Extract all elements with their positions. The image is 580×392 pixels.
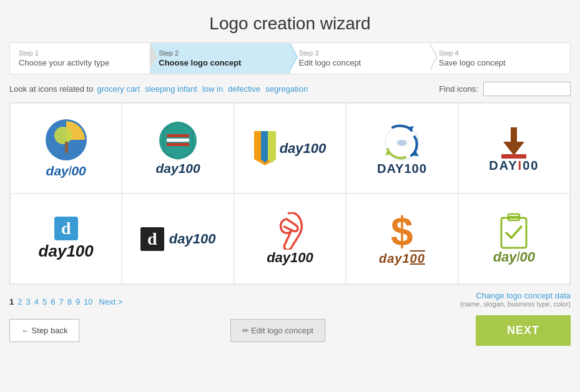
svg-rect-19	[508, 216, 519, 218]
change-concept-link[interactable]: Change logo concept data	[476, 291, 571, 300]
svg-marker-9	[268, 131, 276, 163]
logo-8-text: day100	[267, 250, 313, 266]
logo-4-text: DAY100	[377, 162, 427, 176]
logo-item-2[interactable]: day100	[122, 103, 233, 194]
find-icons-label: Find icons:	[439, 84, 478, 94]
edit-concept-button[interactable]: ✏ Edit logo concept	[230, 319, 325, 342]
logo-9-icon: $	[391, 212, 413, 252]
step-4-num: Step 4	[439, 49, 561, 57]
logo-5-icon	[498, 124, 529, 159]
step-3[interactable]: Step 3 Edit logo concept	[290, 43, 430, 74]
svg-marker-15	[503, 142, 524, 155]
pagination-next[interactable]: Next >	[99, 297, 123, 306]
page-9[interactable]: 9	[76, 297, 80, 306]
logo-item-10[interactable]: dayl00	[458, 194, 570, 284]
logo-item-1[interactable]: dayl00	[10, 103, 122, 194]
find-icons-input[interactable]	[483, 82, 571, 96]
pagination: 1 2 3 4 5 6 7 8 9 10 Next >	[9, 297, 123, 306]
step-4-label: Save logo concept	[439, 58, 561, 67]
step-1-label: Choose your activity type	[19, 58, 141, 67]
logo-3-icon	[254, 131, 276, 165]
logo-10-text: dayl00	[493, 249, 535, 265]
step-back-button[interactable]: ← Step back	[9, 319, 79, 342]
logo-6-text: day100	[39, 242, 94, 261]
logo-5-text: DAYI00	[489, 159, 539, 173]
page-2[interactable]: 2	[17, 297, 22, 306]
logo-3-text: day100	[280, 140, 327, 157]
page-8[interactable]: 8	[67, 297, 72, 306]
change-concept-sub: (name, slogan, business type, color)	[460, 300, 571, 308]
tag-low-in[interactable]: low in	[202, 84, 223, 94]
logo-1-text: dayl00	[46, 164, 86, 179]
tag-grocery-cart[interactable]: grocery cart	[97, 84, 140, 94]
step-4[interactable]: Step 4 Save logo concept	[430, 43, 570, 74]
svg-rect-2	[65, 142, 68, 153]
svg-rect-4	[167, 134, 189, 137]
svg-rect-17	[501, 218, 526, 248]
logo-8-icon	[271, 212, 308, 250]
page-5[interactable]: 5	[42, 297, 47, 306]
logo-1-icon	[44, 118, 88, 162]
related-label: Look at icons related to	[9, 84, 93, 94]
related-bar: Look at icons related to grocery cart sl…	[9, 82, 571, 96]
tag-defective[interactable]: defective	[228, 84, 260, 94]
logo-item-4[interactable]: DAY100	[346, 103, 458, 194]
page-4[interactable]: 4	[34, 297, 39, 306]
page-1[interactable]: 1	[9, 297, 14, 306]
logo-10-icon	[498, 213, 529, 249]
svg-point-1	[54, 127, 72, 144]
logo-7-icon: d	[140, 227, 164, 251]
logo-item-8[interactable]: day100	[234, 194, 346, 284]
svg-point-13	[397, 140, 407, 146]
next-button[interactable]: NEXT	[476, 315, 571, 346]
svg-rect-16	[501, 154, 526, 159]
logo-2-icon	[158, 120, 199, 161]
step-3-num: Step 3	[299, 49, 421, 57]
page-3[interactable]: 3	[26, 297, 30, 306]
find-icons-section: Find icons:	[439, 82, 571, 96]
step-2-label: Choose logo concept	[159, 58, 281, 67]
logo-7-text: day100	[169, 231, 216, 247]
logo-item-3[interactable]: day100	[234, 103, 346, 194]
logo-item-5[interactable]: DAYI00	[458, 103, 570, 194]
page-title: Logo creation wizard	[9, 6, 571, 42]
tag-segregation[interactable]: segregation	[265, 84, 308, 94]
tag-sleeping-infant[interactable]: sleeping infant	[145, 84, 197, 94]
svg-rect-5	[167, 139, 189, 142]
bottom-bar: ← Step back ✏ Edit logo concept NEXT	[9, 315, 571, 346]
change-concept-section: Change logo concept data (name, slogan, …	[460, 291, 571, 308]
step-2-num: Step 2	[159, 49, 281, 57]
logo-item-6[interactable]: d day100	[10, 194, 122, 284]
stepper: Step 1 Choose your activity type Step 2 …	[9, 42, 571, 74]
page-7[interactable]: 7	[59, 297, 63, 306]
logo-item-9[interactable]: $ day100	[346, 194, 458, 284]
step-2[interactable]: Step 2 Choose logo concept	[150, 43, 290, 74]
logo-6-icon: d	[54, 217, 78, 240]
logo-2-text: day100	[155, 161, 200, 176]
page-6[interactable]: 6	[51, 297, 55, 306]
logo-4-icon	[380, 121, 424, 162]
logo-grid: dayl00 day100	[9, 102, 571, 285]
page-10[interactable]: 10	[84, 297, 92, 306]
svg-rect-6	[167, 143, 189, 146]
step-3-label: Edit logo concept	[299, 58, 421, 67]
step-1-num: Step 1	[19, 49, 141, 57]
step-1[interactable]: Step 1 Choose your activity type	[10, 43, 150, 74]
svg-marker-8	[261, 131, 268, 163]
logo-9-text: day100	[379, 252, 425, 266]
logo-item-7[interactable]: d day100	[122, 194, 233, 284]
